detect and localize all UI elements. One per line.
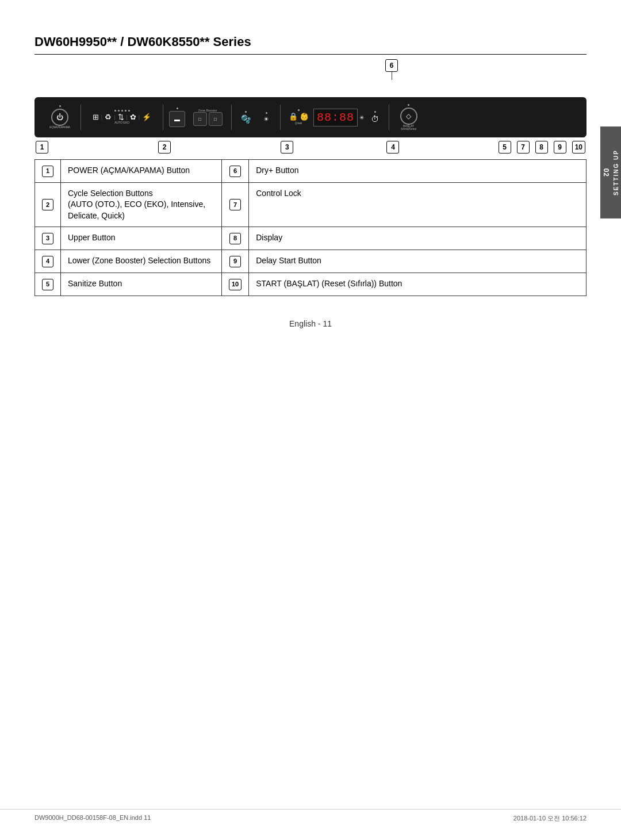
cycle-icon-auto: ⊞	[93, 113, 99, 121]
panel-zone: Zone Booster □ □	[187, 109, 228, 126]
cycle-icon-intensive: ⇅	[118, 113, 124, 121]
features-table: 1POWER (AÇMA/KAPAMA) Button6Dry+ Button2…	[34, 159, 586, 296]
power-icon: ⏻	[51, 109, 68, 126]
series-title: DW60H9950** / DW60K8550** Series	[34, 34, 586, 55]
badge-9: 9	[554, 141, 566, 154]
badge-6-top: 6	[385, 59, 398, 80]
badge-table-4: 4	[42, 256, 53, 267]
badge-table-1: 1	[42, 166, 53, 177]
table-left-num-5: 5	[35, 273, 61, 296]
panel-dry: ☀	[256, 112, 277, 123]
page-container: 02 SETTING UP DW60H9950** / DW60K8550** …	[0, 0, 621, 840]
table-left-label-1: POWER (AÇMA/KAPAMA) Button	[61, 160, 222, 183]
badge-table-6: 6	[229, 166, 241, 177]
panel-power: ⏻ AÇMA/KAPAMA	[43, 105, 77, 129]
panel-inner: ⏻ AÇMA/KAPAMA ⊞ |	[43, 104, 578, 131]
child-label: Çilreli	[295, 122, 302, 125]
table-right-num-6: 6	[222, 160, 249, 183]
panel-start: ◇ BAŞLAT Sıfırla/Sıresi	[393, 104, 424, 131]
table-left-label-4: Lower (Zone Booster) Selection Buttons	[61, 250, 222, 273]
panel-upper: ▬	[167, 108, 187, 127]
badge-10: 10	[572, 141, 585, 154]
cycle-icon-delicate: ✿	[130, 113, 136, 121]
table-right-label-8: Display	[249, 227, 586, 250]
page-number: English - 11	[34, 319, 586, 328]
table-left-num-1: 1	[35, 160, 61, 183]
control-panel: ⏻ AÇMA/KAPAMA ⊞ |	[34, 97, 586, 137]
bottom-badge-row: 1 2 3 4 5 7 8 9 10	[34, 141, 586, 154]
badge-number-6: 6	[385, 59, 398, 72]
panel-sanitize: 🫧	[235, 111, 256, 124]
start-icon: ◇	[400, 108, 417, 125]
zone-btn-2: □	[209, 112, 223, 126]
child-lock-icon: 👶	[300, 112, 309, 121]
badge-4: 4	[386, 141, 399, 154]
cycle-labels: AUTO EKO	[114, 121, 129, 125]
badge-table-9: 9	[229, 256, 241, 267]
sanitize-icon: 🫧	[241, 114, 251, 124]
badge-5: 5	[499, 141, 511, 154]
cycle-dots	[114, 110, 130, 112]
table-right-label-9: Delay Start Button	[249, 250, 586, 273]
table-left-label-3: Upper Button	[61, 227, 222, 250]
footer-left: DW9000H_DD68-00158F-08_EN.indd 11	[34, 814, 151, 823]
display-star-icon: ✳	[359, 114, 364, 121]
table-left-num-3: 3	[35, 227, 61, 250]
badge-2: 2	[158, 141, 171, 154]
table-right-num-8: 8	[222, 227, 249, 250]
upper-btn-icon: ▬	[169, 111, 185, 127]
badge-table-8: 8	[229, 233, 241, 244]
delay-icon: ⏱	[371, 114, 379, 124]
badge-7: 7	[517, 141, 530, 154]
panel-delay: ⏱	[365, 111, 385, 124]
panel-lock: 🔒 👶 Çilreli	[284, 109, 313, 125]
zone-btn-1: □	[193, 112, 207, 126]
badge-table-7: 7	[229, 199, 241, 210]
table-right-label-7: Control Lock	[249, 182, 586, 227]
table-right-label-6: Dry+ Button	[249, 160, 586, 183]
table-right-num-7: 7	[222, 182, 249, 227]
badge-table-10: 10	[229, 279, 241, 290]
side-tab: 02 SETTING UP	[600, 126, 621, 218]
panel-display: 88:88 ✳	[313, 109, 365, 126]
cycle-icons: ⊞ | ♻ | ⇅ | ✿ | ⚡	[93, 113, 151, 121]
cycle-icon-eco: ♻	[105, 113, 112, 121]
table-right-num-9: 9	[222, 250, 249, 273]
badge-3: 3	[281, 141, 293, 154]
display-value: 88:88	[313, 109, 358, 126]
power-label: AÇMA/KAPAMA	[49, 126, 70, 129]
table-left-label-5: Sanitize Button	[61, 273, 222, 296]
diagram-area: 6 ⏻ AÇMA/KAPAMA	[34, 59, 586, 154]
lock-icon: 🔒	[289, 112, 298, 121]
table-right-num-10: 10	[222, 273, 249, 296]
badge-table-3: 3	[42, 233, 53, 244]
table-left-num-2: 2	[35, 182, 61, 227]
table-right-label-10: START (BAŞLAT) (Reset (Sıfırla)) Button	[249, 273, 586, 296]
badge-table-2: 2	[42, 199, 53, 210]
table-left-label-2: Cycle Selection Buttons (AUTO (OTO.), EC…	[61, 182, 222, 227]
start-btn: ◇ BAŞLAT Sıfırla/Sıresi	[400, 108, 417, 131]
cycle-icon-quick: ⚡	[142, 113, 151, 121]
side-tab-number: 02	[603, 168, 611, 177]
footer-right: 2018-01-10 오전 10:56:12	[513, 814, 586, 823]
side-tab-text: SETTING UP	[613, 149, 619, 195]
page-footer: DW9000H_DD68-00158F-08_EN.indd 11 2018-0…	[0, 809, 621, 823]
badge-6-container: 6	[34, 59, 586, 80]
start-sublabel: Sıfırla/Sıresi	[401, 128, 416, 131]
panel-cycle: ⊞ | ♻ | ⇅ | ✿ | ⚡ AUTO EKO	[85, 110, 159, 125]
table-left-num-4: 4	[35, 250, 61, 273]
badge-8: 8	[535, 141, 548, 154]
badge-table-5: 5	[42, 279, 53, 290]
badge-1: 1	[36, 141, 48, 154]
dry-icon: ☀	[263, 116, 269, 123]
